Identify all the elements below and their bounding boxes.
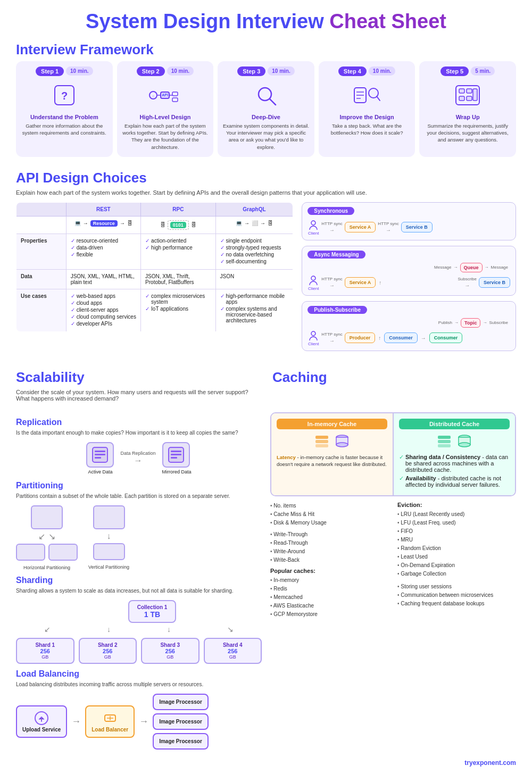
part-source: [31, 505, 63, 529]
check-item: ✓ cloud apps: [71, 300, 136, 306]
consumer-box2: Consumer: [429, 332, 463, 343]
step-icon-4: [353, 84, 381, 111]
step-label-2: Step 2: [137, 66, 165, 76]
arrow-right2: →: [120, 220, 125, 226]
mirror-data-box: [162, 442, 190, 468]
partitioning-title: Partitioning: [16, 481, 262, 490]
db-icon: 🗄: [127, 220, 132, 226]
shard-box-2: Shard 2 256 GB: [79, 638, 137, 664]
caching-header: Caching: [272, 369, 516, 386]
cell-gql-icon: 💻 → ⬜ → 🗄: [215, 216, 293, 234]
check-item: ✓ client-server apps: [71, 307, 136, 313]
sharding-section: Sharding Sharding allows a system to sca…: [16, 576, 262, 664]
topic-box: Topic: [461, 318, 480, 328]
replication-diagram: Active Data Data Replication → Mirrored …: [16, 442, 262, 475]
upload-icon: [34, 711, 49, 726]
step-label-1: Step 1: [36, 66, 64, 76]
client-label-async: Client: [308, 286, 319, 291]
active-data-label: Active Data: [86, 469, 114, 475]
check-mark: ✓: [220, 306, 225, 312]
load-balancer-box: Load Balancer: [85, 705, 135, 738]
subscribe-label: Subscribe: [458, 277, 477, 281]
collection-box: Collection 1 1 TB: [128, 600, 176, 623]
step-icon-1: ?: [53, 84, 76, 111]
service-b-sync: Service B: [401, 222, 433, 232]
svg-text:?: ?: [61, 90, 68, 102]
partitioning-section: Partitioning Partitions contain a subset…: [16, 481, 262, 570]
write-3: Write-Around: [270, 547, 389, 556]
svg-rect-43: [438, 436, 451, 439]
check-item: ✓ developer APIs: [71, 321, 136, 327]
metric-2: Cache Miss & Hit: [270, 510, 389, 519]
page: System Design Interview Cheat Sheet Inte…: [0, 0, 532, 774]
check-green-1: ✓: [399, 454, 404, 461]
subscribe-arrow: Subscribe →: [458, 277, 477, 288]
shard-unit-1: GB: [19, 654, 71, 660]
scalability-sub: Consider the scale of your system. How m…: [16, 389, 260, 402]
table-row-usecases: Use cases ✓ web-based apps ✓ cloud apps …: [16, 289, 293, 331]
arrow-down-left: ↙: [38, 531, 45, 542]
cache-metrics-col: No. items Cache Miss & Hit Disk & Memory…: [270, 502, 389, 619]
step-icon-5: [455, 84, 480, 111]
arrow-right-sub: →: [464, 282, 470, 288]
evict-4: MRU: [397, 536, 516, 544]
in-memory-col: In-memory Cache Latency - in-memory cach…: [271, 413, 394, 495]
stack-icon: [314, 434, 330, 450]
gql-icon-row: 💻 → ⬜ → 🗄: [220, 220, 289, 226]
shard-arrow3: ↓: [167, 625, 171, 634]
sync-diagram: Client HTTP sync → Service A HTTP sync →…: [307, 219, 510, 236]
metrics-group: No. items Cache Miss & Hit Disk & Memory…: [270, 502, 389, 527]
check-mark: ✓: [71, 300, 75, 306]
page-title: System Design Interview Cheat Sheet: [16, 11, 516, 33]
v-part-source: [93, 505, 125, 529]
processor-label-2: Image Processor: [159, 719, 202, 725]
step-desc-2: Explain how each part of the system work…: [121, 122, 210, 151]
usecase-2: Communication between microservices: [397, 591, 516, 600]
dist-db-icon: [456, 434, 472, 450]
shard-size-3: 256: [144, 648, 196, 654]
shard-name-4: Shard 4: [207, 642, 259, 648]
shard-box-4: Shard 4 256 GB: [204, 638, 262, 664]
eviction-title: Eviction:: [397, 502, 516, 508]
queue-box: Queue: [460, 263, 483, 272]
step-card-5: Step 5 5 min. Wrap Up Summarize the requ…: [419, 61, 516, 157]
step-title-3: Deep-Dive: [252, 114, 280, 120]
popular-5: GCP Memorystore: [270, 610, 389, 619]
evict-1: LRU (Least Recently used): [397, 510, 516, 519]
step-desc-1: Gather more information about the system…: [20, 122, 109, 137]
db-icon4: 🗄: [268, 220, 273, 226]
lb-processors: Image Processor Image Processor Image Pr…: [153, 694, 209, 750]
part-dest1: [16, 544, 45, 561]
lb-desc: Load balancing distributes incoming traf…: [16, 681, 262, 688]
api-table: REST RPC GraphQL 💻 →: [16, 202, 293, 332]
caching-header-div: Caching: [272, 369, 516, 408]
lb-arrow2: →: [139, 716, 148, 727]
client-icon-async: Client: [307, 274, 319, 291]
step-badge-1: Step 1 10 min.: [36, 66, 93, 76]
arrow-right-sync: →: [329, 227, 335, 233]
svg-rect-37: [315, 436, 328, 439]
http-async-arrow: HTTP sync →: [321, 277, 342, 288]
svg-rect-44: [438, 440, 451, 443]
http-sync-label1: HTTP sync: [321, 221, 342, 226]
svg-rect-38: [315, 440, 328, 443]
step-card-2: Step 2 10 min. ○ API High-Level Design E…: [117, 61, 214, 157]
shard-name-1: Shard 1: [19, 642, 71, 648]
write-1: Write-Through: [270, 530, 389, 539]
popular-1: In-memory: [270, 576, 389, 585]
svg-rect-45: [438, 444, 451, 447]
svg-rect-21: [459, 96, 464, 101]
http-sync-label-async: HTTP sync: [321, 277, 342, 281]
step-desc-4: Take a step back. What are the bottlenec…: [323, 122, 411, 137]
table-row-data: Data JSON, XML, YAML, HTML, plain text J…: [16, 269, 293, 289]
api-sub: Explain how each part of the system work…: [16, 189, 516, 196]
eviction-group: Eviction: LRU (Least Recently used) LFU …: [397, 502, 516, 578]
step-card-3: Step 3 10 min. Deep-Dive Examine system …: [218, 61, 314, 157]
check-mark: ✓: [71, 321, 75, 327]
svg-point-48: [459, 443, 470, 447]
scalability-header-div: Scalability Consider the scale of your s…: [16, 369, 260, 408]
binary-box: 0101: [168, 220, 189, 230]
arrow-subscribe: →: [483, 320, 487, 325]
caching-content: In-memory Cache Latency - in-memory cach…: [270, 412, 516, 754]
step-title-2: High-Level Design: [139, 114, 190, 120]
